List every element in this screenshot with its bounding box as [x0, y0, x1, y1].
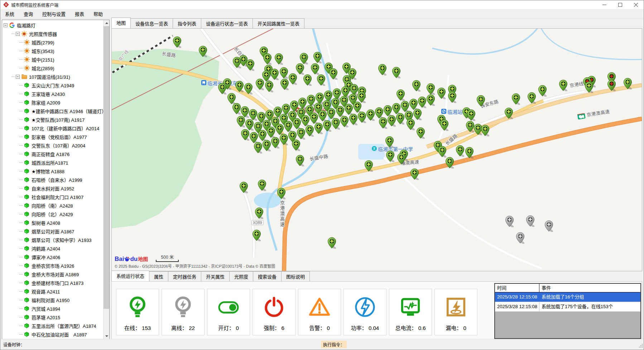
tree-device-item[interactable]: 五里派出所（富源汽配）A1874 [2, 321, 103, 330]
map-view-tab[interactable]: 设备运行状态一览表 [201, 18, 253, 28]
map-pin-online[interactable] [340, 116, 349, 127]
map-pin-online[interactable] [263, 140, 271, 151]
map-pin-online[interactable] [233, 57, 241, 68]
map-view-tab[interactable]: 地图 [111, 18, 131, 28]
tree-device-item[interactable]: 梨树巷 A2408 [2, 218, 103, 227]
map-pin-online[interactable] [538, 85, 547, 97]
map-pin-online[interactable] [437, 88, 446, 99]
map-pin-online[interactable] [265, 81, 273, 92]
map-pin-online[interactable] [218, 83, 226, 94]
map-pin-online[interactable] [412, 80, 420, 92]
map-pin-online[interactable] [585, 82, 593, 93]
status-view-tab[interactable]: 搜索设备 [253, 271, 282, 281]
tree-device-item[interactable]: 石咀桥（自来水）A1999 [2, 175, 103, 184]
map-pin-online[interactable] [235, 81, 244, 92]
tree-device-item[interactable]: 中石化加油站对面 A1897 [2, 330, 103, 339]
map-pin-online[interactable] [528, 92, 536, 104]
tree-device-item[interactable]: 城西派出所A1871 [2, 158, 103, 167]
map-pin-online[interactable] [477, 95, 485, 107]
menu-item[interactable]: 系统 [0, 9, 19, 19]
map-pin-online[interactable] [292, 140, 300, 151]
map-pin-online[interactable] [323, 120, 331, 132]
tree-device-item[interactable]: 烟草公司（求知中学）A1933 [2, 235, 103, 244]
tree-device-item[interactable]: ★建新中路路口东 A1946（辅道灯） [2, 107, 103, 115]
map-pin-offline[interactable] [545, 220, 553, 232]
map-pin-online[interactable] [505, 108, 513, 119]
tree-device-item[interactable]: ★交警队西(107南) A1917 [2, 115, 103, 124]
map-pin-online[interactable] [296, 63, 304, 75]
map-pin-online[interactable] [410, 169, 419, 180]
map-pin-online[interactable] [379, 117, 387, 129]
map-pin-online[interactable] [199, 46, 207, 57]
map-pin-online[interactable] [258, 180, 266, 191]
map-pin-online[interactable] [275, 53, 283, 65]
map-pin-online[interactable] [244, 83, 253, 94]
map-pin-online[interactable] [349, 114, 357, 125]
map-pin-online[interactable] [407, 119, 415, 130]
map-pin-online[interactable] [267, 127, 275, 138]
map-pin-online[interactable] [232, 103, 241, 115]
menu-item[interactable]: 报表 [70, 9, 89, 19]
map-pin-online[interactable] [392, 67, 400, 78]
map-pin-online[interactable] [332, 118, 340, 130]
map-pin-online[interactable] [303, 74, 312, 86]
tree-scrollbar[interactable] [103, 20, 109, 339]
map-pin-online[interactable] [365, 160, 373, 172]
maximize-button[interactable] [612, 0, 628, 9]
map-pin-online[interactable] [253, 230, 261, 241]
event-log-row[interactable]: 2025/3/28 12:15:08系统加载了175个设备，在线153个 [495, 302, 640, 312]
tree-collapse-icon[interactable] [16, 75, 20, 79]
map-pin-online[interactable] [329, 68, 337, 80]
map-pin-offline[interactable] [516, 232, 524, 244]
map-pin-online[interactable] [427, 83, 435, 95]
map-pin-online[interactable] [358, 112, 366, 123]
map-pin-online[interactable] [467, 110, 475, 121]
map-pin-online[interactable] [241, 129, 249, 141]
tree-device-item[interactable]: 107北（建新中路路口西）A2014 [2, 124, 103, 132]
tree-device-item[interactable]: 向阳桥（北）A2429 [2, 210, 103, 218]
map-pin-alarm[interactable] [607, 80, 616, 91]
map-pin-online[interactable] [624, 78, 632, 89]
event-name-header[interactable]: 事件 [539, 284, 640, 292]
map-pin-online[interactable] [256, 79, 264, 90]
map-pin-online[interactable] [512, 93, 520, 105]
map-pin-online[interactable] [385, 136, 394, 148]
tree-device-item[interactable]: 南正街转盘 A1876 [2, 150, 103, 158]
map-view-tab[interactable]: 指令列表 [173, 18, 201, 28]
map-pin-online[interactable] [465, 147, 474, 159]
scroll-up-icon[interactable] [104, 20, 110, 26]
map-pin-online[interactable] [314, 123, 323, 134]
map-pin-online[interactable] [255, 208, 263, 219]
map-pin-online[interactable] [300, 53, 308, 64]
menu-item[interactable]: 控制与设置 [38, 9, 70, 19]
map-pin-online[interactable] [246, 59, 254, 71]
map-pin-online[interactable] [306, 125, 314, 137]
map-pin-online[interactable] [317, 74, 325, 86]
tree-device-item[interactable]: 福利院对面 A1950 [2, 296, 103, 304]
map-pin-online[interactable] [386, 151, 394, 162]
map-pin-online[interactable] [280, 134, 288, 145]
map-pin-online[interactable] [240, 182, 248, 193]
event-time-header[interactable]: 时间 [495, 284, 539, 292]
map-pin-online[interactable] [438, 146, 446, 157]
status-view-tab[interactable]: 光照度 [229, 271, 253, 281]
map-pin-online[interactable] [277, 188, 285, 199]
map-pin-online[interactable] [313, 52, 322, 63]
map-pin-online[interactable] [289, 73, 297, 85]
tree-device-item[interactable]: 芭茅塘 A2015 [2, 313, 103, 321]
tree-device-item[interactable]: 向阳桥（南）A2428 [2, 201, 103, 210]
tree-device-item[interactable]: 谭家冲 A2406 [2, 253, 103, 261]
tree-device-item[interactable]: 陈家组 A2009 [2, 98, 103, 107]
tree-device-item[interactable]: ★博物馆 A1888 [2, 167, 103, 175]
menu-item[interactable]: 帮助 [89, 9, 107, 19]
tree-group-item[interactable]: 107国道沿线(31/31) [2, 72, 103, 81]
map-pin-online[interactable] [378, 64, 386, 76]
map-pin-online[interactable] [418, 97, 426, 108]
map-pin-offline[interactable] [526, 215, 534, 227]
map-pin-online[interactable] [448, 92, 456, 103]
tree-device-item[interactable]: 鸿鹤路 A2404 [2, 244, 103, 253]
map-pin-online[interactable] [388, 115, 396, 127]
map-pin-online[interactable] [271, 137, 279, 149]
tree-device-item[interactable]: 交警队东（107南）A2004 [2, 141, 103, 150]
map-pin-online[interactable] [254, 142, 262, 154]
